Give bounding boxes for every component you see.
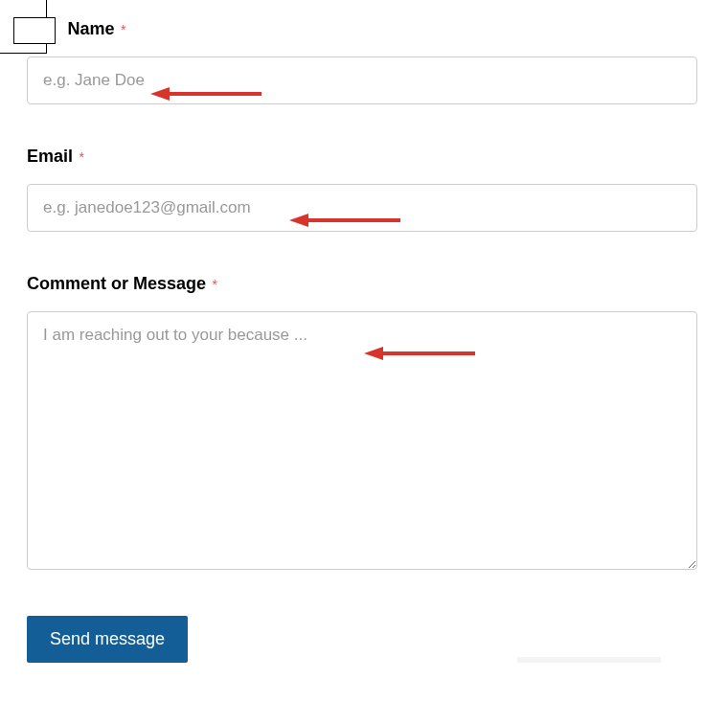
comment-required-marker: * bbox=[213, 277, 217, 292]
faint-bar bbox=[517, 657, 661, 663]
comment-field-group: Comment or Message * bbox=[27, 274, 697, 574]
email-field-group: Email * bbox=[27, 147, 697, 232]
email-input[interactable] bbox=[27, 184, 697, 232]
send-message-button[interactable]: Send message bbox=[27, 616, 188, 663]
email-label: Email bbox=[27, 147, 73, 167]
name-input[interactable] bbox=[27, 57, 697, 104]
comment-textarea[interactable] bbox=[27, 311, 697, 570]
contact-form: Name * Email * Comment or Message * Send… bbox=[0, 0, 728, 663]
name-label: Name bbox=[67, 19, 114, 39]
name-required-marker: * bbox=[121, 22, 125, 37]
comment-label: Comment or Message bbox=[27, 274, 206, 294]
email-required-marker: * bbox=[79, 149, 83, 165]
name-field-group: Name * bbox=[27, 19, 697, 104]
